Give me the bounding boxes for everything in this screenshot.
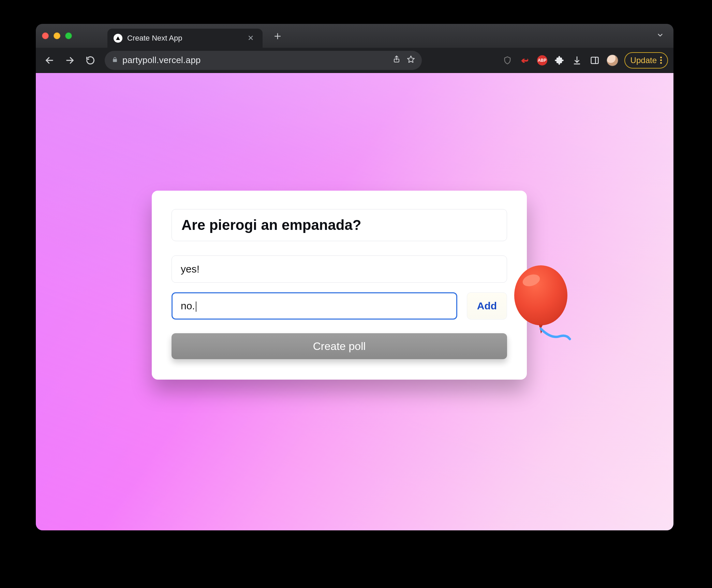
poll-new-answer-input[interactable]: no. [172, 292, 457, 320]
profile-avatar[interactable] [607, 55, 618, 66]
toolbar: partypoll.vercel.app ABP [36, 48, 673, 73]
extensions-puzzle-icon[interactable] [553, 55, 565, 66]
poll-new-answer-row: no. Add [172, 292, 507, 320]
update-button-label: Update [631, 56, 657, 65]
create-poll-button[interactable]: Create poll [172, 333, 507, 359]
new-tab-button[interactable]: ＋ [271, 29, 284, 43]
downloads-icon[interactable] [571, 55, 583, 66]
svg-rect-5 [591, 57, 598, 63]
titlebar: Create Next App ✕ ＋ [36, 24, 673, 48]
update-button[interactable]: Update [624, 52, 668, 69]
share-icon[interactable] [392, 55, 401, 65]
window-minimize-button[interactable] [54, 32, 60, 39]
poll-card: Are pierogi an empanada? yes! no. Add Cr… [152, 191, 527, 380]
window-close-button[interactable] [42, 32, 49, 39]
browser-tab[interactable]: Create Next App ✕ [107, 29, 263, 48]
window-dropdown-button[interactable] [653, 29, 667, 42]
window-fullscreen-button[interactable] [65, 32, 72, 39]
shield-extension-icon[interactable] [502, 55, 513, 66]
bookmark-star-icon[interactable] [407, 55, 415, 65]
vercel-favicon-icon [114, 34, 122, 43]
add-answer-button[interactable]: Add [467, 292, 507, 320]
expressvpn-extension-icon[interactable] [519, 55, 531, 66]
side-panel-icon[interactable] [589, 55, 600, 66]
extensions-row: ABP Update [502, 52, 668, 69]
poll-answers: yes! no. Add [172, 255, 507, 320]
more-menu-icon [660, 57, 662, 64]
browser-window: Create Next App ✕ ＋ [36, 24, 673, 530]
address-bar-url: partypoll.vercel.app [122, 55, 388, 65]
svg-marker-9 [539, 325, 543, 329]
tab-title: Create Next App [127, 34, 240, 43]
poll-question-input[interactable]: Are pierogi an empanada? [172, 209, 507, 241]
svg-marker-3 [407, 56, 414, 62]
poll-new-answer-value: no. [181, 300, 195, 311]
lock-icon [112, 55, 118, 65]
address-bar[interactable]: partypoll.vercel.app [105, 51, 422, 70]
reload-button[interactable] [82, 52, 99, 69]
tab-close-button[interactable]: ✕ [245, 32, 256, 44]
poll-answer-input[interactable]: yes! [172, 255, 507, 283]
page-viewport: Are pierogi an empanada? yes! no. Add Cr… [36, 73, 673, 530]
window-traffic-lights [42, 32, 72, 39]
text-caret-icon [196, 302, 196, 312]
back-button[interactable] [41, 52, 58, 69]
adblock-plus-extension-icon[interactable]: ABP [537, 55, 547, 65]
forward-button[interactable] [62, 52, 78, 69]
